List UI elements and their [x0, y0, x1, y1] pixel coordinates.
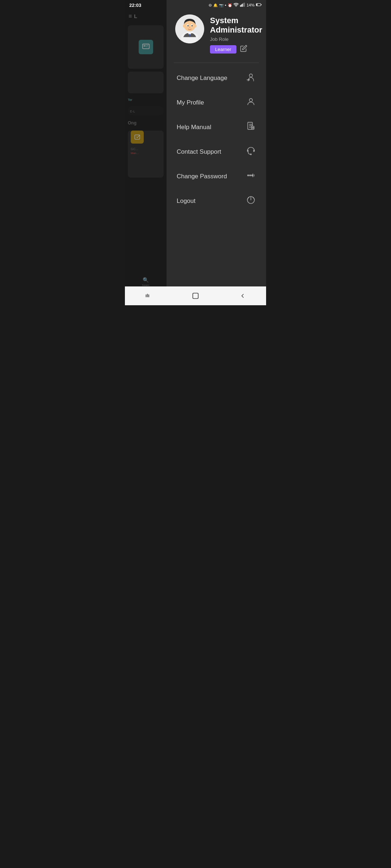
battery-icon [256, 3, 262, 7]
notification-icon: 🔔 [213, 3, 218, 7]
status-bar: 22:03 ⊖ 🔔 📷 • ⏰ 14% [125, 0, 266, 10]
nav-recent-apps[interactable] [138, 289, 159, 303]
status-time: 22:03 [129, 3, 141, 8]
bottom-nav [125, 286, 266, 305]
logout-icon [246, 195, 256, 207]
signal-icon [240, 3, 245, 8]
svg-point-21 [188, 25, 189, 26]
svg-point-37 [249, 175, 251, 176]
svg-rect-9 [243, 3, 244, 7]
alarm-icon: ⏰ [228, 3, 232, 7]
minus-circle-icon: ⊖ [209, 3, 212, 8]
camera-icon: 📷 [219, 3, 223, 7]
svg-point-17 [183, 25, 185, 27]
my-profile-label: My Profile [177, 99, 204, 106]
wifi-icon [234, 3, 239, 8]
menu-item-logout[interactable]: Logout [167, 189, 266, 213]
svg-rect-7 [241, 4, 242, 7]
my-profile-icon [246, 97, 256, 109]
change-password-icon [246, 171, 256, 182]
battery-text: 14% [247, 3, 255, 7]
svg-point-5 [236, 6, 236, 7]
menu-item-contact-support[interactable]: Contact Support [167, 140, 266, 164]
svg-point-36 [248, 175, 249, 176]
svg-rect-13 [261, 4, 261, 5]
svg-rect-6 [240, 5, 241, 7]
svg-rect-32 [252, 126, 254, 129]
dot-icon: • [225, 3, 226, 7]
menu-item-my-profile[interactable]: My Profile [167, 90, 266, 115]
logout-label: Logout [177, 197, 196, 205]
contact-support-label: Contact Support [177, 148, 221, 156]
nav-back[interactable] [232, 289, 253, 303]
status-icons: ⊖ 🔔 📷 • ⏰ 14% [209, 3, 262, 8]
svg-point-23 [189, 27, 190, 27]
profile-role-label: Job Role [210, 37, 262, 42]
nav-home[interactable] [185, 289, 206, 303]
help-manual-icon [246, 122, 256, 133]
menu-item-help-manual[interactable]: Help Manual [167, 115, 266, 140]
svg-rect-12 [256, 4, 257, 5]
menu-item-change-password[interactable]: Change Password [167, 164, 266, 189]
role-badge: Learner [210, 45, 236, 54]
side-drawer: System Administrator Job Role Learner Ch… [167, 0, 266, 305]
role-row: Learner [210, 45, 262, 54]
svg-rect-8 [242, 4, 243, 7]
svg-point-27 [249, 98, 253, 102]
edit-icon[interactable] [240, 45, 247, 54]
svg-rect-47 [193, 293, 198, 299]
profile-info: System Administrator Job Role Learner [210, 14, 262, 54]
menu-item-change-language[interactable]: Change Language [167, 66, 266, 90]
change-password-label: Change Password [177, 173, 227, 180]
avatar [175, 14, 204, 43]
contact-support-icon [246, 146, 256, 158]
svg-point-24 [249, 74, 253, 77]
change-language-icon [246, 72, 256, 84]
svg-point-35 [250, 153, 252, 155]
svg-point-22 [192, 25, 193, 26]
change-language-label: Change Language [177, 75, 227, 82]
profile-name: System Administrator [210, 16, 262, 35]
menu-list: Change Language My Profile [167, 63, 266, 305]
help-manual-label: Help Manual [177, 124, 211, 131]
svg-point-38 [252, 175, 253, 176]
svg-point-18 [194, 25, 197, 27]
svg-rect-10 [244, 3, 245, 7]
